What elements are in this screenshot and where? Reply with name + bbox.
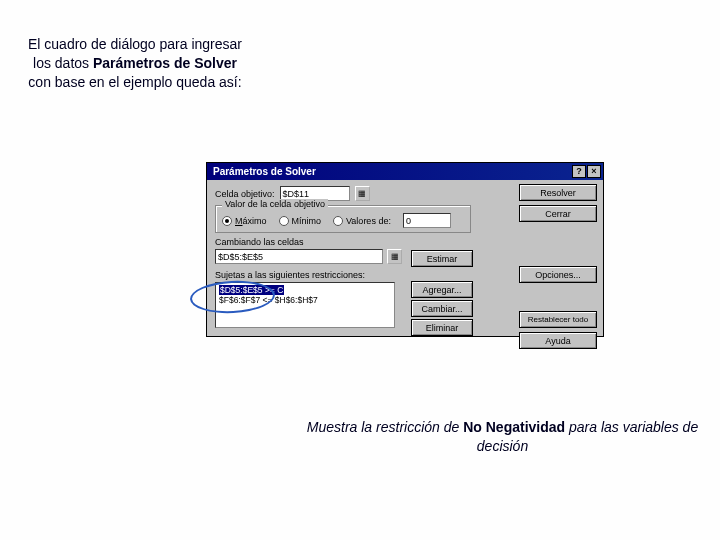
dialog-title: Parámetros de Solver bbox=[213, 166, 316, 177]
agregar-button[interactable]: Agregar... bbox=[411, 281, 473, 298]
radio-valores-de[interactable]: Valores de: bbox=[333, 216, 391, 226]
constraint-0[interactable]: $D$5:$E$5 >= C bbox=[219, 285, 284, 295]
radio-dot-icon bbox=[279, 216, 289, 226]
cerrar-button[interactable]: Cerrar bbox=[519, 205, 597, 222]
estimar-button[interactable]: Estimar bbox=[411, 250, 473, 267]
radio-maximo[interactable]: Máximo bbox=[222, 216, 267, 226]
group-valor-celda: Valor de la celda objetivo Máximo Mínimo… bbox=[215, 205, 471, 233]
radio-maximo-label: Máximo bbox=[235, 216, 267, 226]
radio-minimo[interactable]: Mínimo bbox=[279, 216, 322, 226]
constraint-row: $D$5:$E$5 >= C bbox=[219, 285, 391, 295]
titlebar-help-button[interactable]: ? bbox=[572, 165, 586, 178]
caption-bottom: Muestra la restricción de No Negatividad… bbox=[300, 418, 705, 456]
solver-dialog: Parámetros de Solver ? × Celda objetivo:… bbox=[206, 162, 604, 337]
caption-bottom-pre: Muestra la restricción de bbox=[307, 419, 463, 435]
input-valores-de[interactable]: 0 bbox=[403, 213, 451, 228]
opciones-button[interactable]: Opciones... bbox=[519, 266, 597, 283]
input-cambiando[interactable]: $D$5:$E$5 bbox=[215, 249, 383, 264]
eliminar-button[interactable]: Eliminar bbox=[411, 319, 473, 336]
radio-dot-icon bbox=[222, 216, 232, 226]
label-celda-objetivo: Celda objetivo: bbox=[215, 189, 275, 199]
range-picker-icon[interactable]: ▦ bbox=[387, 249, 402, 264]
constraint-row[interactable]: $F$6:$F$7 <= $H$6:$H$7 bbox=[219, 295, 391, 305]
range-picker-icon[interactable]: ▦ bbox=[355, 186, 370, 201]
radio-dot-icon bbox=[333, 216, 343, 226]
radio-minimo-label: Mínimo bbox=[292, 216, 322, 226]
titlebar-close-button[interactable]: × bbox=[587, 165, 601, 178]
constraints-listbox[interactable]: $D$5:$E$5 >= C $F$6:$F$7 <= $H$6:$H$7 bbox=[215, 282, 395, 328]
caption-top-bold: Parámetros de Solver bbox=[93, 55, 237, 71]
cambiar-button[interactable]: Cambiar... bbox=[411, 300, 473, 317]
label-valor-celda: Valor de la celda objetivo bbox=[222, 199, 328, 209]
titlebar: Parámetros de Solver ? × bbox=[207, 163, 603, 180]
ayuda-button[interactable]: Ayuda bbox=[519, 332, 597, 349]
caption-top: El cuadro de diálogo para ingresar los d… bbox=[25, 35, 245, 92]
radio-valores-label: Valores de: bbox=[346, 216, 391, 226]
resolver-button[interactable]: Resolver bbox=[519, 184, 597, 201]
caption-bottom-bold: No Negatividad bbox=[463, 419, 565, 435]
restablecer-button[interactable]: Restablecer todo bbox=[519, 311, 597, 328]
caption-top-line2: con base en el ejemplo queda así: bbox=[28, 74, 241, 90]
